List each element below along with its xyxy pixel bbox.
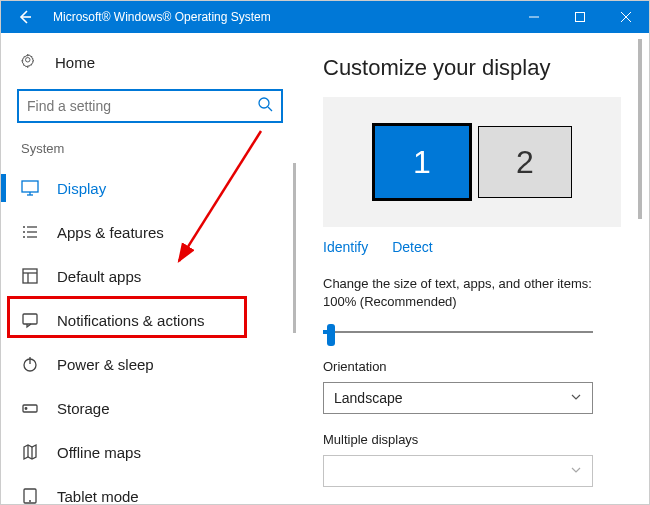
search-icon [257,96,273,116]
defaults-icon [21,267,39,285]
sidebar-item-power[interactable]: Power & sleep [1,342,299,386]
svg-rect-19 [23,314,37,324]
sidebar-item-display[interactable]: Display [1,166,299,210]
sidebar-item-label: Apps & features [57,224,164,241]
section-label: System [1,137,299,166]
display-arrangement[interactable]: 1 2 [323,97,621,227]
page-title: Customize your display [323,55,621,81]
sidebar-item-notifications[interactable]: Notifications & actions [1,298,299,342]
multiple-displays-label: Multiple displays [323,432,621,447]
orientation-value: Landscape [334,390,403,406]
sidebar-scrollbar[interactable] [289,163,299,504]
search-input[interactable] [17,89,283,123]
sidebar-item-apps[interactable]: Apps & features [1,210,299,254]
sidebar-item-default-apps[interactable]: Default apps [1,254,299,298]
search-field[interactable] [27,98,257,114]
main-panel: Customize your display 1 2 Identify Dete… [299,33,649,504]
scale-label: Change the size of text, apps, and other… [323,275,621,311]
svg-rect-7 [22,181,38,192]
svg-line-6 [268,107,272,111]
chat-icon [21,311,39,329]
minimize-button[interactable] [511,1,557,33]
close-button[interactable] [603,1,649,33]
scale-slider[interactable] [323,323,593,341]
svg-point-5 [259,98,269,108]
orientation-label: Orientation [323,359,621,374]
home-button[interactable]: Home [1,47,299,81]
sidebar-item-tablet[interactable]: Tablet mode [1,474,299,505]
sidebar-item-maps[interactable]: Offline maps [1,430,299,474]
detect-link[interactable]: Detect [392,239,432,255]
map-icon [21,443,39,461]
monitor-1[interactable]: 1 [372,123,472,201]
sidebar-item-label: Offline maps [57,444,141,461]
gear-icon [21,53,39,71]
svg-rect-2 [576,13,585,22]
sidebar-item-storage[interactable]: Storage [1,386,299,430]
chevron-down-icon [570,390,582,406]
maximize-button[interactable] [557,1,603,33]
svg-point-23 [25,408,27,410]
home-label: Home [55,54,95,71]
sidebar-item-label: Storage [57,400,110,417]
sidebar-item-label: Default apps [57,268,141,285]
sidebar-item-label: Notifications & actions [57,312,205,329]
window-title: Microsoft® Windows® Operating System [53,10,271,24]
sidebar-item-label: Power & sleep [57,356,154,373]
sidebar: Home System Display Apps & features Defa… [1,33,299,504]
svg-rect-16 [23,269,37,283]
storage-icon [21,399,39,417]
sidebar-item-label: Tablet mode [57,488,139,505]
multiple-displays-select[interactable] [323,455,593,487]
titlebar: Microsoft® Windows® Operating System [1,1,649,33]
tablet-icon [21,487,39,505]
identify-link[interactable]: Identify [323,239,368,255]
power-icon [21,355,39,373]
window-controls [511,1,649,33]
back-button[interactable] [1,1,49,33]
main-scrollbar[interactable] [635,39,647,498]
chevron-down-icon [570,463,582,479]
orientation-select[interactable]: Landscape [323,382,593,414]
display-icon [21,179,39,197]
sidebar-item-label: Display [57,180,106,197]
list-icon [21,223,39,241]
monitor-2[interactable]: 2 [478,126,572,198]
